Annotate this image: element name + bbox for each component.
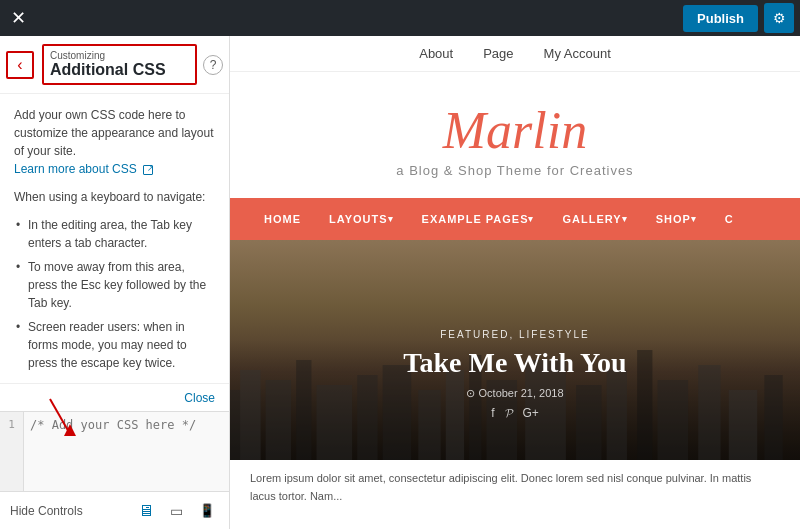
sidebar-header: ‹ Customizing Additional CSS ? bbox=[0, 36, 229, 94]
sidebar: ‹ Customizing Additional CSS ? Add your … bbox=[0, 36, 230, 529]
back-button[interactable]: ‹ bbox=[6, 51, 34, 79]
nav-example-pages[interactable]: EXAMPLE PAGES bbox=[408, 198, 549, 240]
mobile-icon: 📱 bbox=[199, 503, 215, 518]
sidebar-scroll-area[interactable]: Add your own CSS code here to customize … bbox=[0, 94, 229, 383]
list-item: To move away from this area, press the E… bbox=[14, 258, 215, 312]
list-item: Screen reader users: when in forms mode,… bbox=[14, 318, 215, 372]
lorem-text: Lorem ipsum dolor sit amet, consectetur … bbox=[250, 470, 780, 505]
line-numbers: 1 bbox=[0, 412, 24, 491]
svg-line-0 bbox=[50, 399, 70, 434]
nav-page[interactable]: Page bbox=[483, 46, 513, 61]
sidebar-title: Additional CSS bbox=[50, 61, 166, 78]
gear-button[interactable]: ⚙ bbox=[764, 3, 794, 33]
tablet-icon: ▭ bbox=[170, 503, 183, 519]
brand-name: Marlin bbox=[250, 102, 780, 159]
help-button[interactable]: ? bbox=[203, 55, 223, 75]
list-item: In the editing area, the Tab key enters … bbox=[14, 216, 215, 252]
nav-about[interactable]: About bbox=[419, 46, 453, 61]
google-plus-icon: G+ bbox=[523, 406, 539, 420]
desktop-view-button[interactable]: 🖥 bbox=[134, 500, 158, 522]
brand-tagline: a Blog & Shop Theme for Creatives bbox=[250, 163, 780, 178]
keyboard-intro: When using a keyboard to navigate: bbox=[14, 188, 215, 206]
nav-gallery[interactable]: GALLERY bbox=[548, 198, 641, 240]
red-arrow-icon bbox=[40, 394, 90, 444]
gear-icon: ⚙ bbox=[773, 10, 786, 26]
preview-content: Marlin a Blog & Shop Theme for Creatives… bbox=[230, 72, 800, 529]
nav-home[interactable]: HOME bbox=[250, 198, 315, 240]
nav-more[interactable]: C bbox=[711, 198, 748, 240]
main-area: ‹ Customizing Additional CSS ? Add your … bbox=[0, 36, 800, 529]
featured-title: Take Me With You bbox=[250, 346, 780, 380]
css-editor[interactable]: 1 bbox=[0, 411, 229, 491]
bottom-icons: 🖥 ▭ 📱 bbox=[134, 500, 219, 522]
nav-layouts[interactable]: LAYOUTS bbox=[315, 198, 408, 240]
close-button[interactable]: ✕ bbox=[0, 0, 36, 36]
nav-my-account[interactable]: My Account bbox=[544, 46, 611, 61]
hide-controls-label: Hide Controls bbox=[10, 504, 83, 518]
preview-area: About Page My Account Marlin a Blog & Sh… bbox=[230, 36, 800, 529]
featured-text-overlay: FEATURED, LIFESTYLE Take Me With You ⊙ O… bbox=[230, 329, 800, 421]
close-icon: ✕ bbox=[11, 7, 26, 29]
customizing-label: Customizing bbox=[50, 50, 189, 61]
keyboard-tips-list: In the editing area, the Tab key enters … bbox=[14, 216, 215, 372]
line-number: 1 bbox=[4, 418, 19, 431]
lorem-area: Lorem ipsum dolor sit amet, consectetur … bbox=[230, 460, 800, 515]
desktop-icon: 🖥 bbox=[138, 502, 154, 520]
brand-area: Marlin a Blog & Shop Theme for Creatives bbox=[230, 72, 800, 198]
red-arrow-annotation bbox=[40, 394, 90, 444]
mobile-view-button[interactable]: 📱 bbox=[195, 501, 219, 520]
nav-shop[interactable]: SHOP bbox=[642, 198, 711, 240]
bottom-bar: Hide Controls 🖥 ▭ 📱 bbox=[0, 491, 229, 529]
help-icon: ? bbox=[210, 58, 217, 72]
featured-categories: FEATURED, LIFESTYLE bbox=[250, 329, 780, 340]
featured-date: ⊙ October 21, 2018 bbox=[250, 387, 780, 400]
featured-area: FEATURED, LIFESTYLE Take Me With You ⊙ O… bbox=[230, 240, 800, 460]
pinterest-icon: 𝓟 bbox=[505, 406, 513, 420]
description-text: Add your own CSS code here to customize … bbox=[14, 106, 215, 178]
tablet-view-button[interactable]: ▭ bbox=[166, 501, 187, 521]
preview-nav: About Page My Account bbox=[230, 36, 800, 72]
top-bar: ✕ Publish ⚙ bbox=[0, 0, 800, 36]
sidebar-title-wrap: Customizing Additional CSS bbox=[42, 44, 197, 85]
back-icon: ‹ bbox=[17, 56, 22, 74]
preview-orange-nav: HOME LAYOUTS EXAMPLE PAGES GALLERY SHOP … bbox=[230, 198, 800, 240]
facebook-icon: f bbox=[491, 406, 494, 420]
external-link-icon bbox=[143, 165, 153, 175]
close-link-area: Close bbox=[0, 383, 229, 411]
featured-social-icons: f 𝓟 G+ bbox=[250, 406, 780, 420]
learn-more-link[interactable]: Learn more about CSS bbox=[14, 162, 153, 176]
publish-button[interactable]: Publish bbox=[683, 5, 758, 32]
close-link[interactable]: Close bbox=[184, 391, 215, 405]
